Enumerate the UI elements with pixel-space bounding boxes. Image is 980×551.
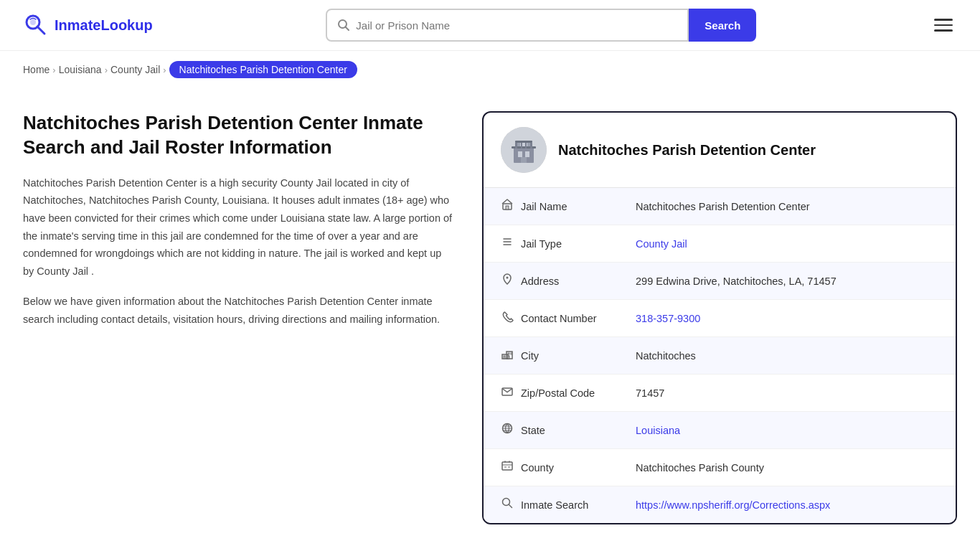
row-value: Natchitoches [636, 350, 696, 362]
svg-rect-35 [502, 462, 512, 470]
location-icon [501, 273, 521, 289]
row-label: State [521, 425, 636, 436]
building-icon [501, 127, 547, 173]
header: InmateLookup Search [0, 0, 980, 51]
search-button[interactable]: Search [689, 9, 756, 42]
phone-icon [501, 310, 521, 326]
info-row-county: CountyNatchitoches Parish County [484, 449, 956, 486]
row-link[interactable]: 318-357-9300 [636, 313, 700, 324]
breadcrumb-sep-1: › [52, 65, 55, 75]
row-label: City [521, 350, 636, 362]
search-icon [337, 19, 350, 32]
info-row-address: Address299 Edwina Drive, Natchitoches, L… [484, 263, 956, 300]
info-row-zip/postal-code: Zip/Postal Code71457 [484, 375, 956, 412]
row-value[interactable]: Louisiana [636, 425, 680, 436]
hamburger-line [934, 24, 953, 27]
logo-text: InmateLookup [55, 17, 153, 34]
svg-rect-29 [508, 356, 509, 359]
menu-button[interactable] [930, 14, 957, 36]
info-row-inmate-search: Inmate Searchhttps://www.npsheriff.org/C… [484, 486, 956, 523]
svg-rect-28 [511, 353, 512, 354]
breadcrumb-current: Natchitoches Parish Detention Center [169, 61, 357, 78]
search-area: Search [326, 9, 756, 42]
county-icon [501, 459, 521, 476]
row-label: County [521, 462, 636, 474]
breadcrumb-type[interactable]: County Jail [110, 64, 160, 75]
logo-link[interactable]: InmateLookup [23, 12, 153, 38]
row-label: Jail Type [521, 238, 636, 250]
row-label: Jail Name [521, 201, 636, 212]
svg-rect-14 [515, 143, 517, 149]
svg-rect-27 [508, 353, 509, 354]
row-value: 299 Edwina Drive, Natchitoches, LA, 7145… [636, 276, 837, 287]
svg-line-4 [346, 27, 349, 31]
breadcrumb-sep-3: › [163, 65, 166, 75]
facility-avatar [501, 127, 547, 173]
search-icon [501, 496, 521, 513]
row-value[interactable]: County Jail [636, 238, 687, 250]
breadcrumb-home[interactable]: Home [23, 64, 50, 75]
info-row-city: CityNatchitoches [484, 337, 956, 375]
info-row-jail-type: Jail TypeCounty Jail [484, 225, 956, 263]
left-column: Natchitoches Parish Detention Center Inm… [23, 111, 482, 342]
svg-rect-19 [506, 206, 509, 209]
svg-rect-13 [515, 141, 532, 143]
svg-line-40 [509, 505, 512, 508]
svg-rect-26 [504, 356, 505, 359]
row-label: Contact Number [521, 313, 636, 324]
search-box [326, 9, 689, 42]
list-icon [501, 235, 521, 252]
search-input[interactable] [356, 19, 677, 32]
jail-icon [501, 198, 521, 215]
info-row-state: StateLouisiana [484, 412, 956, 449]
svg-rect-17 [525, 143, 527, 149]
page-description-1: Natchitoches Parish Detention Center is … [23, 174, 453, 281]
info-row-jail-name: Jail NameNatchitoches Parish Detention C… [484, 188, 956, 225]
svg-rect-11 [521, 157, 527, 163]
info-card: Natchitoches Parish Detention Center Jai… [482, 111, 957, 524]
card-header: Natchitoches Parish Detention Center [484, 113, 956, 188]
row-value: 71457 [636, 387, 664, 399]
page-description-2: Below we have given information about th… [23, 293, 453, 328]
svg-rect-10 [525, 151, 529, 157]
main-content: Natchitoches Parish Detention Center Inm… [0, 88, 980, 524]
svg-rect-15 [530, 143, 532, 149]
row-label: Address [521, 276, 636, 287]
info-row-contact-number: Contact Number318-357-9300 [484, 300, 956, 337]
svg-rect-9 [518, 151, 522, 157]
svg-rect-16 [521, 143, 522, 149]
mail-icon [501, 385, 521, 401]
svg-point-23 [507, 277, 509, 279]
svg-point-2 [30, 19, 36, 25]
row-link[interactable]: Louisiana [636, 425, 680, 436]
globe-icon [501, 422, 521, 438]
hamburger-line [934, 29, 953, 32]
city-icon [501, 347, 521, 364]
hamburger-line [934, 19, 953, 21]
row-link[interactable]: County Jail [636, 238, 687, 250]
row-value: Natchitoches Parish County [636, 462, 764, 474]
row-value[interactable]: 318-357-9300 [636, 313, 700, 324]
breadcrumb-state[interactable]: Louisiana [59, 64, 102, 75]
right-column: Natchitoches Parish Detention Center Jai… [482, 111, 957, 524]
row-value[interactable]: https://www.npsheriff.org/Corrections.as… [636, 499, 830, 511]
logo-icon [23, 12, 49, 38]
page-title: Natchitoches Parish Detention Center Inm… [23, 111, 453, 160]
info-rows-container: Jail NameNatchitoches Parish Detention C… [484, 188, 956, 523]
row-link[interactable]: https://www.npsheriff.org/Corrections.as… [636, 499, 830, 511]
breadcrumb-sep-2: › [105, 65, 108, 75]
breadcrumb: Home › Louisiana › County Jail › Natchit… [0, 51, 980, 88]
row-label: Zip/Postal Code [521, 387, 636, 399]
svg-line-1 [37, 27, 44, 34]
row-value: Natchitoches Parish Detention Center [636, 201, 810, 212]
facility-name: Natchitoches Parish Detention Center [558, 142, 816, 159]
row-label: Inmate Search [521, 499, 636, 511]
